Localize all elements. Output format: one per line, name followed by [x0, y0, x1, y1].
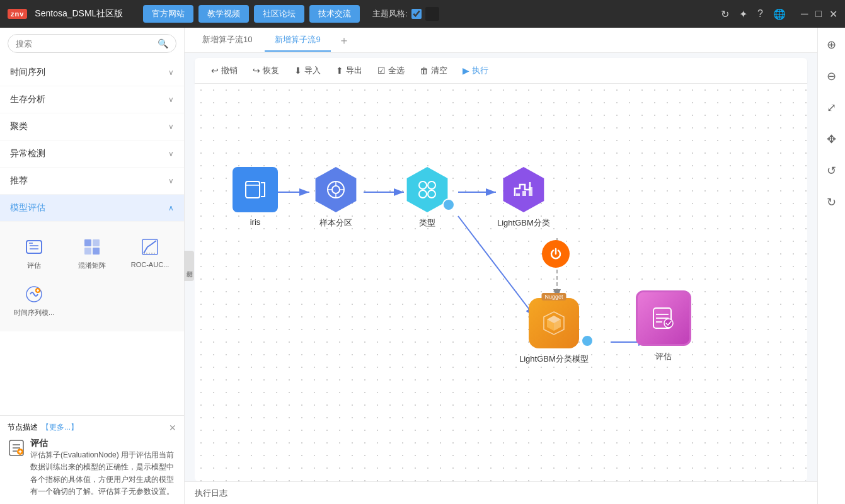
tab-flow-10[interactable]: 新增算子流10 — [192, 29, 262, 52]
zoom-in-icon[interactable]: ⊕ — [824, 35, 839, 54]
power-button-node[interactable] — [542, 240, 570, 268]
nav-tech-exchange[interactable]: 技术交流 — [309, 5, 360, 23]
tab-add-button[interactable]: ＋ — [333, 30, 355, 50]
eval-shape — [636, 290, 691, 346]
tab-label: 新增算子流10 — [202, 34, 252, 45]
node-type[interactable]: 类型 — [405, 167, 450, 229]
sidebar-menu: 时间序列 ∨ 生存分析 ∨ 聚类 ∨ 异常检测 ∨ 推荐 ∨ 模型评估 ∧ — [0, 59, 184, 415]
export-label: 导出 — [346, 65, 362, 76]
sidebar-item-label: 异常检测 — [10, 148, 45, 159]
titlebar: znv Sentosa_DSML社区版 官方网站 教学视频 社区论坛 技术交流 … — [0, 0, 845, 28]
select-all-icon: ☑ — [377, 66, 386, 76]
select-all-button[interactable]: ☑ 全选 — [371, 62, 411, 79]
select-all-label: 全选 — [388, 65, 405, 76]
bottom-log-bar[interactable]: 执行日志 — [185, 481, 817, 504]
nav-official-site[interactable]: 官方网站 — [143, 5, 193, 23]
clear-button[interactable]: 🗑 清空 — [413, 62, 454, 79]
help-icon[interactable]: ? — [757, 8, 763, 20]
redo-icon: ↪ — [253, 66, 260, 76]
maximize-button[interactable]: □ — [815, 8, 822, 20]
sidebar-toggle[interactable]: 侧边栏 — [184, 251, 194, 281]
flow-arrows — [195, 84, 807, 481]
tab-flow-9[interactable]: 新增算子流9 — [265, 29, 330, 52]
chevron-down-icon: ∨ — [168, 68, 174, 77]
app-title: Sentosa_DSML社区版 — [35, 8, 123, 20]
move-icon[interactable]: ✥ — [824, 130, 839, 149]
zoom-out-icon[interactable]: ⊖ — [824, 67, 839, 86]
node-desc-more-link[interactable]: 【更多...】 — [42, 422, 78, 433]
sidebar-item-label: 时间序列 — [10, 67, 45, 78]
window-controls: ─ □ ✕ — [801, 8, 837, 20]
canvas-area[interactable]: iris 样本分区 — [195, 84, 807, 481]
theme-label: 主题风格: — [372, 8, 408, 20]
main-layout: 🔍 时间序列 ∨ 生存分析 ∨ 聚类 ∨ 异常检测 ∨ 推荐 ∨ — [0, 28, 845, 504]
redo-button[interactable]: ↪ 恢复 — [246, 62, 285, 79]
minimize-button[interactable]: ─ — [801, 8, 808, 20]
theme-light-checkbox[interactable] — [411, 9, 422, 19]
sub-item-eval[interactable]: 评估 — [8, 232, 60, 274]
fit-icon[interactable]: ⤢ — [824, 98, 839, 117]
search-input[interactable] — [16, 39, 152, 49]
nav-buttons: 官方网站 教学视频 社区论坛 技术交流 — [143, 5, 360, 23]
trash-icon: 🗑 — [420, 66, 428, 76]
svg-point-38 — [419, 190, 427, 198]
sidebar-item-recommend[interactable]: 推荐 ∨ — [0, 168, 184, 195]
type-label: 类型 — [419, 217, 435, 229]
close-button[interactable]: ✕ — [829, 8, 837, 20]
import-button[interactable]: ⬇ 导入 — [288, 62, 327, 79]
theme-dark-box[interactable] — [425, 7, 439, 21]
sub-item-eval-label: 评估 — [27, 261, 41, 270]
chevron-up-icon: ∧ — [168, 203, 174, 212]
node-desc-header-label: 节点描述 — [8, 422, 38, 433]
sub-item-confusion[interactable]: 混淆矩阵 — [66, 232, 118, 274]
iris-label: iris — [250, 217, 261, 227]
sub-item-timeseries-label: 时间序列模... — [14, 308, 54, 318]
import-icon: ⬇ — [294, 66, 302, 76]
nugget-connector — [581, 335, 594, 347]
type-connector — [442, 198, 455, 211]
svg-point-31 — [332, 186, 340, 193]
node-lightgbm-cls[interactable]: LightGBM分类 — [497, 167, 550, 229]
nav-tutorial-video[interactable]: 教学视频 — [198, 5, 249, 23]
lightgbm-model-label: LightGBM分类模型 — [519, 353, 589, 365]
eval-label: 评估 — [655, 351, 672, 362]
export-button[interactable]: ⬆ 导出 — [330, 62, 369, 79]
node-desc-close-button[interactable]: ✕ — [169, 423, 176, 433]
search-icon: 🔍 — [158, 38, 168, 49]
play-icon: ▶ — [463, 66, 469, 76]
node-iris[interactable]: iris — [233, 167, 278, 227]
svg-rect-5 — [84, 248, 91, 255]
execute-label: 执行 — [472, 65, 488, 76]
sidebar-item-time-series[interactable]: 时间序列 ∨ — [0, 59, 184, 86]
sidebar-item-anomaly[interactable]: 异常检测 ∨ — [0, 140, 184, 168]
eval-icon — [23, 236, 45, 258]
sub-item-timeseries-model[interactable]: 时间序列模... — [8, 279, 60, 321]
nugget-shape: Nugget — [529, 298, 579, 348]
confusion-icon — [81, 236, 103, 258]
theme-section: 主题风格: — [372, 7, 439, 21]
node-desc-icon — [8, 439, 25, 459]
nav-community-forum[interactable]: 社区论坛 — [254, 5, 304, 23]
globe-icon[interactable]: 🌐 — [773, 8, 786, 20]
settings-icon[interactable]: ✦ — [739, 8, 747, 20]
sidebar-item-model-eval[interactable]: 模型评估 ∧ — [0, 195, 184, 222]
rotate-icon[interactable]: ↺ — [824, 161, 839, 180]
refresh-icon[interactable]: ↻ — [721, 8, 729, 20]
svg-rect-4 — [93, 239, 100, 246]
lightgbm-cls-shape — [501, 167, 546, 212]
svg-rect-40 — [516, 193, 520, 196]
node-lightgbm-model[interactable]: Nugget LightGBM分类模型 — [519, 298, 589, 365]
tab-label: 新增算子流9 — [275, 34, 320, 45]
sidebar-item-clustering[interactable]: 聚类 ∨ — [0, 113, 184, 140]
svg-rect-42 — [529, 187, 532, 196]
sub-item-roc[interactable]: ROC-AUC... — [124, 232, 176, 274]
node-sample-partition[interactable]: 样本分区 — [313, 167, 359, 229]
undo-button[interactable]: ↩ 撤销 — [205, 62, 244, 79]
sidebar-item-survival[interactable]: 生存分析 ∨ — [0, 86, 184, 113]
execute-button[interactable]: ▶ 执行 — [456, 62, 495, 79]
node-eval[interactable]: 评估 — [636, 290, 691, 362]
search-box[interactable]: 🔍 — [8, 34, 176, 53]
svg-rect-6 — [93, 248, 100, 255]
node-desc-name: 评估 — [30, 438, 176, 449]
reset-icon[interactable]: ↻ — [824, 193, 839, 212]
